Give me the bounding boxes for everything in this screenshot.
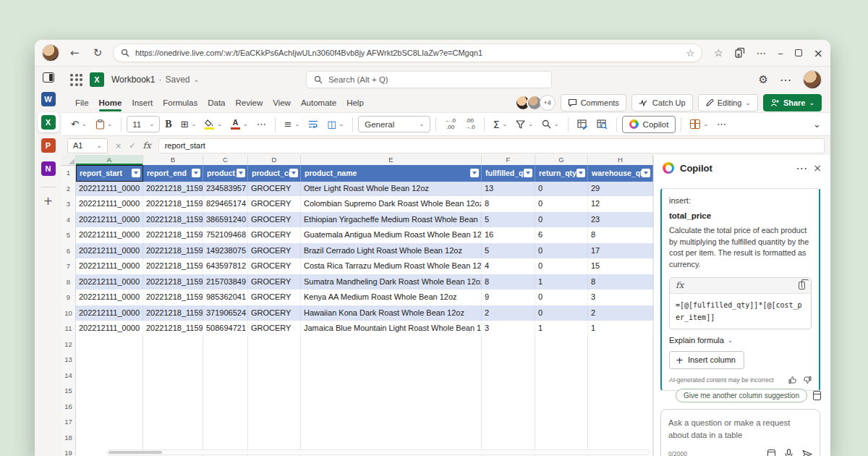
account-avatar[interactable] bbox=[803, 70, 822, 89]
address-bar[interactable]: https://onedrive.live.com/:w:/t/EaCKkPs6… bbox=[113, 43, 702, 62]
cell[interactable]: GROCERY bbox=[248, 258, 301, 275]
cell[interactable]: 149238075 bbox=[203, 243, 248, 260]
bold-button[interactable]: B bbox=[161, 117, 175, 132]
presence-more-badge[interactable]: +4 bbox=[540, 95, 556, 111]
row-number[interactable]: 8 bbox=[61, 274, 76, 291]
cell[interactable]: 20221218_1159 bbox=[143, 290, 203, 306]
cell[interactable]: 508694721 bbox=[203, 321, 248, 337]
filter-button[interactable] bbox=[576, 169, 585, 177]
cell[interactable]: Sumatra Mandheling Dark Roast Whole Bean… bbox=[301, 274, 482, 291]
cell[interactable] bbox=[482, 337, 535, 353]
font-color-button[interactable]: A⌄ bbox=[227, 117, 252, 132]
cell[interactable]: 20221218_1159 bbox=[143, 274, 203, 291]
alignment-button[interactable]: ≡⌄ bbox=[281, 117, 304, 132]
add-favorite-icon[interactable]: ☆ bbox=[686, 48, 694, 59]
menu-tab-help[interactable]: Help bbox=[341, 96, 369, 110]
cell[interactable]: 1 bbox=[588, 321, 653, 337]
sheet-icon[interactable] bbox=[767, 449, 775, 456]
cell[interactable]: 371906524 bbox=[203, 305, 248, 322]
cell[interactable]: 5 bbox=[482, 243, 535, 260]
row-number[interactable]: 7 bbox=[61, 258, 76, 275]
cell[interactable]: Brazil Cerrado Light Roast Whole Bean 12… bbox=[301, 243, 482, 260]
cell[interactable]: 0 bbox=[535, 258, 588, 275]
cell[interactable]: GROCERY bbox=[248, 321, 301, 337]
cell[interactable] bbox=[143, 399, 203, 415]
collections-icon[interactable] bbox=[735, 48, 745, 58]
cell[interactable] bbox=[482, 368, 535, 384]
column-header-E[interactable]: E bbox=[301, 155, 482, 166]
cell[interactable] bbox=[76, 368, 143, 384]
cell[interactable] bbox=[76, 352, 143, 368]
row-number[interactable]: 9 bbox=[61, 290, 76, 306]
column-header-G[interactable]: G bbox=[535, 155, 588, 166]
cell[interactable]: Ethiopian Yirgacheffe Medium Roast Whole… bbox=[301, 212, 482, 229]
cell[interactable]: 5 bbox=[482, 212, 535, 229]
cell[interactable] bbox=[301, 383, 482, 400]
table-header-cell[interactable]: product_name bbox=[301, 165, 482, 182]
filter-button[interactable] bbox=[132, 169, 140, 177]
catch-up-button[interactable]: Catch Up bbox=[631, 94, 693, 111]
cell[interactable]: 202212111_0000 bbox=[76, 181, 143, 198]
font-more-icon[interactable]: ⋯ bbox=[253, 117, 270, 132]
cell[interactable]: GROCERY bbox=[248, 290, 301, 306]
cell[interactable] bbox=[203, 337, 248, 353]
cell[interactable] bbox=[248, 399, 301, 415]
cell[interactable] bbox=[535, 352, 588, 368]
cell[interactable]: 202212111_0000 bbox=[76, 258, 143, 275]
microphone-icon[interactable] bbox=[785, 449, 793, 456]
thumbs-down-icon[interactable] bbox=[803, 376, 812, 384]
app-launcher-icon[interactable] bbox=[70, 74, 82, 86]
column-header-F[interactable]: F bbox=[482, 155, 535, 166]
add-app-icon[interactable]: + bbox=[43, 194, 53, 208]
settings-gear-icon[interactable]: ⚙ bbox=[759, 73, 768, 86]
sort-filter-button[interactable]: ⌄ bbox=[512, 118, 537, 131]
cell[interactable]: 20221218_1159 bbox=[143, 321, 203, 337]
cell[interactable] bbox=[143, 352, 203, 368]
paste-button[interactable]: ⌄ bbox=[92, 117, 116, 132]
cell[interactable]: 15 bbox=[588, 258, 653, 275]
cell[interactable]: 202212111_0000 bbox=[76, 212, 143, 229]
filter-button[interactable] bbox=[642, 169, 650, 177]
cell[interactable]: 829465174 bbox=[203, 196, 248, 213]
row-number[interactable]: 1 bbox=[61, 165, 76, 182]
cell[interactable] bbox=[535, 430, 588, 447]
cell[interactable] bbox=[76, 383, 143, 400]
cell[interactable] bbox=[482, 399, 535, 415]
filter-button[interactable] bbox=[192, 169, 200, 177]
row-number[interactable]: 16 bbox=[61, 399, 76, 415]
rail-app-powerpoint[interactable]: P bbox=[38, 135, 59, 156]
table-search-button[interactable] bbox=[593, 117, 611, 132]
cell[interactable]: 0 bbox=[535, 196, 588, 213]
cell[interactable] bbox=[588, 383, 653, 400]
cell[interactable] bbox=[248, 352, 301, 368]
decrease-decimal-button[interactable]: ←.0.00 bbox=[441, 116, 459, 132]
copilot-more-icon[interactable]: ⋯ bbox=[796, 161, 807, 175]
column-header-C[interactable]: C bbox=[203, 155, 248, 166]
cell[interactable]: 202212111_0000 bbox=[76, 196, 143, 213]
cell[interactable]: 1 bbox=[535, 321, 588, 337]
find-button[interactable]: ⌄ bbox=[538, 117, 563, 131]
cell[interactable]: 0 bbox=[535, 305, 588, 322]
cell[interactable]: 20221218_1159 bbox=[143, 196, 203, 213]
formula-input[interactable]: report_start bbox=[158, 138, 825, 153]
cell[interactable] bbox=[301, 399, 482, 415]
table-header-cell[interactable]: report_end bbox=[143, 165, 203, 182]
copy-icon[interactable] bbox=[799, 282, 805, 290]
maximize-icon[interactable] bbox=[795, 49, 802, 56]
cell[interactable]: 0 bbox=[535, 181, 588, 198]
row-number[interactable]: 19 bbox=[61, 445, 76, 456]
cell[interactable] bbox=[76, 399, 143, 415]
cell[interactable] bbox=[588, 399, 653, 415]
menu-tab-view[interactable]: View bbox=[268, 96, 296, 110]
cell[interactable] bbox=[482, 383, 535, 400]
cell[interactable] bbox=[203, 414, 248, 431]
cell[interactable] bbox=[203, 352, 248, 368]
autosum-button[interactable]: Σ⌄ bbox=[490, 117, 511, 132]
table-header-cell[interactable]: product_id bbox=[203, 165, 248, 182]
confirm-entry-icon[interactable]: ✓ bbox=[129, 141, 135, 151]
table-header-cell[interactable]: return_qty bbox=[535, 165, 588, 182]
borders-button[interactable]: ⊞⌄ bbox=[177, 117, 200, 132]
cell[interactable]: 752109468 bbox=[203, 227, 248, 244]
cell[interactable] bbox=[301, 368, 482, 384]
insert-function-icon[interactable]: fx bbox=[142, 140, 150, 151]
